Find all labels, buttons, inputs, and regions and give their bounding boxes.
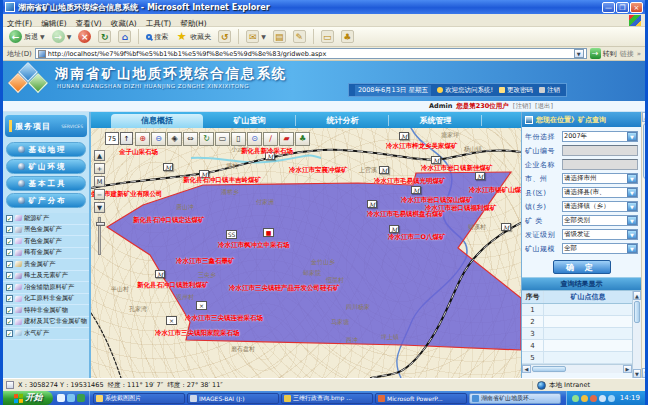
field-select[interactable]: 2007年▼ <box>562 131 638 142</box>
zoom-out-tool[interactable]: ⊖ <box>151 132 166 146</box>
quarry-marker-icon[interactable]: SS <box>226 230 237 239</box>
layer-checkbox[interactable]: ✓ <box>6 318 13 325</box>
layer-checkbox[interactable]: ✓ <box>6 272 13 279</box>
field-input[interactable] <box>562 145 638 156</box>
dropdown-caret-icon[interactable]: ▼ <box>40 33 45 40</box>
admin-logout-link[interactable]: [注销] <box>513 102 531 111</box>
mine-label[interactable]: 冷水江市宝襄冲煤矿 <box>289 166 348 175</box>
quarry-marker-icon[interactable]: × <box>196 301 207 310</box>
rotate-tool[interactable]: ↻ <box>199 132 214 146</box>
scroll-right-icon[interactable]: ▶ <box>623 365 632 373</box>
page-scroll-thumb[interactable] <box>643 123 648 179</box>
tray-icon[interactable] <box>590 395 597 402</box>
layer-checkbox[interactable]: ✓ <box>6 295 13 302</box>
address-input[interactable]: http://localhost/%e7%9f%bf%e5%b1%b1%e5%9… <box>35 48 587 59</box>
quick-launch-icon[interactable] <box>67 394 75 402</box>
field-input[interactable] <box>562 159 638 170</box>
tray-icon[interactable] <box>572 395 579 402</box>
field-select[interactable]: 请选择县(市、▼ <box>562 187 638 198</box>
mine-marker-icon[interactable]: M <box>431 156 441 164</box>
mine-marker-icon[interactable]: M <box>155 270 165 278</box>
layer-item-8[interactable]: ✓特种非金属矿物 <box>3 305 89 317</box>
mine-marker-icon[interactable]: M <box>379 166 389 174</box>
print-button[interactable]: ▤ <box>271 29 288 44</box>
quick-launch-icon[interactable] <box>57 394 65 402</box>
layer-checkbox[interactable]: ✓ <box>6 215 13 222</box>
vscroll-thumb[interactable] <box>634 301 640 323</box>
minimize-button[interactable]: — <box>602 2 615 13</box>
forward-button[interactable]: →▼ <box>50 29 74 44</box>
chevron-down-icon[interactable]: ▼ <box>627 132 637 141</box>
folder-button[interactable]: ▭ <box>319 29 336 44</box>
result-hscrollbar[interactable]: ◀ ▶ <box>522 364 632 373</box>
mine-label[interactable]: 冷水江市三尖镇阳家院采石场 <box>155 329 240 338</box>
map-north-button[interactable]: ↑ <box>120 132 133 145</box>
refresh-button[interactable]: ↻ <box>96 29 113 44</box>
tray-icon[interactable] <box>599 395 606 402</box>
layer-item-2[interactable]: ✓有色金属矿产 <box>3 236 89 248</box>
task-button-1[interactable]: IMAGES-BAI (J:) <box>187 393 279 404</box>
field-select[interactable]: 全部▼ <box>562 243 638 254</box>
layer-item-3[interactable]: ✓稀有金属矿产 <box>3 248 89 260</box>
hscroll-thumb[interactable] <box>532 366 566 372</box>
dropdown-caret-icon[interactable]: ▼ <box>67 33 72 40</box>
layer-checkbox[interactable]: ✓ <box>6 284 13 291</box>
zoom-in-tool[interactable]: ⊕ <box>135 132 150 146</box>
sidebar-button-3[interactable]: 矿产分布 <box>6 193 86 208</box>
favorites-button[interactable]: ★收藏夹 <box>173 29 213 44</box>
mine-label[interactable]: 冷水江市岩口镇新佳煤矿 <box>421 164 493 173</box>
layer-checkbox[interactable]: ✓ <box>6 226 13 233</box>
quarry-marker-icon[interactable]: ■ <box>263 228 274 237</box>
legend-tool[interactable]: ♣ <box>295 132 310 146</box>
zoom-slider[interactable] <box>98 217 101 255</box>
mine-marker-icon[interactable]: M <box>163 163 173 171</box>
tab-0[interactable]: 信息概括 <box>111 114 203 128</box>
pan-zoom-control[interactable]: ▲ + M − ▼ <box>94 150 105 255</box>
select-rect-tool[interactable]: ▭ <box>215 132 230 146</box>
result-vscrollbar[interactable]: ▲ ▼ <box>632 291 641 378</box>
chevron-down-icon[interactable]: ▼ <box>627 230 637 239</box>
close-button[interactable]: × <box>630 2 643 13</box>
history-button[interactable]: ↺ <box>216 29 233 44</box>
chevron-down-icon[interactable]: ▼ <box>627 216 637 225</box>
chevron-down-icon[interactable]: ▼ <box>627 174 637 183</box>
select-polygon-tool[interactable]: ▯ <box>231 132 246 146</box>
page-scroll-up-icon[interactable]: ▲ <box>642 112 648 122</box>
dropdown-caret-icon[interactable]: ▼ <box>261 33 266 40</box>
pan-down-button[interactable]: ▼ <box>94 202 105 213</box>
page-scroll-down-icon[interactable]: ▼ <box>642 368 648 378</box>
task-button-3[interactable]: Microsoft PowerP... <box>375 393 467 404</box>
zoom-out-button[interactable]: − <box>94 189 105 200</box>
layer-item-1[interactable]: ✓黑色金属矿产 <box>3 225 89 237</box>
task-button-0[interactable]: 系统截图图片 <box>93 393 185 404</box>
back-button[interactable]: ←后退▼ <box>7 29 47 44</box>
admin-exit-link[interactable]: [退出] <box>535 102 553 111</box>
mine-label[interactable]: 冷水江市三尖镇硅产品开发公司硅石矿 <box>229 284 340 293</box>
chevron-down-icon[interactable]: ▼ <box>627 188 637 197</box>
mine-label[interactable]: 新化县新冷采石场 <box>241 147 293 156</box>
mine-marker-icon[interactable]: M <box>399 132 409 140</box>
pan-tool[interactable]: ◈ <box>167 132 182 146</box>
change-password-link[interactable]: 更改密码 <box>499 86 533 95</box>
pan-up-button[interactable]: ▲ <box>94 150 105 161</box>
mine-marker-icon[interactable]: M <box>475 172 485 180</box>
layer-item-7[interactable]: ✓化工原料非金属矿 <box>3 294 89 306</box>
submit-button[interactable]: 确 定 <box>553 260 611 274</box>
search-button[interactable]: 搜索 <box>144 31 170 43</box>
tray-icon[interactable] <box>581 395 588 402</box>
zoom-in-button[interactable]: + <box>94 163 105 174</box>
chevron-down-icon[interactable]: ▼ <box>627 244 637 253</box>
map-canvas[interactable]: 75 ↑ ⊕⊖◈⇔↻▭▯⊙∕▰♣ ▲ + M − ▼ 金子山采石场新化县新冷采石… <box>91 128 521 378</box>
layer-checkbox[interactable]: ✓ <box>6 238 13 245</box>
field-select[interactable]: 全部类别▼ <box>562 215 638 226</box>
sidebar-button-1[interactable]: 矿山环境 <box>6 159 86 174</box>
tray-icon[interactable] <box>608 395 615 402</box>
mine-label[interactable]: 冷水江市三鑫石墨矿 <box>176 257 235 266</box>
mine-label[interactable]: 新化县石冲口镇丰吉岭煤矿 <box>183 176 261 185</box>
mine-label[interactable]: 冷水江市梓龙乡吴家煤矿 <box>386 142 458 151</box>
edit-button[interactable]: ✎ <box>291 29 308 44</box>
zoom-slider-thumb[interactable] <box>96 222 105 226</box>
messenger-button[interactable]: ♣ <box>339 29 356 44</box>
draw-line-tool[interactable]: ∕ <box>263 132 278 146</box>
mine-marker-icon[interactable]: M <box>389 225 399 233</box>
